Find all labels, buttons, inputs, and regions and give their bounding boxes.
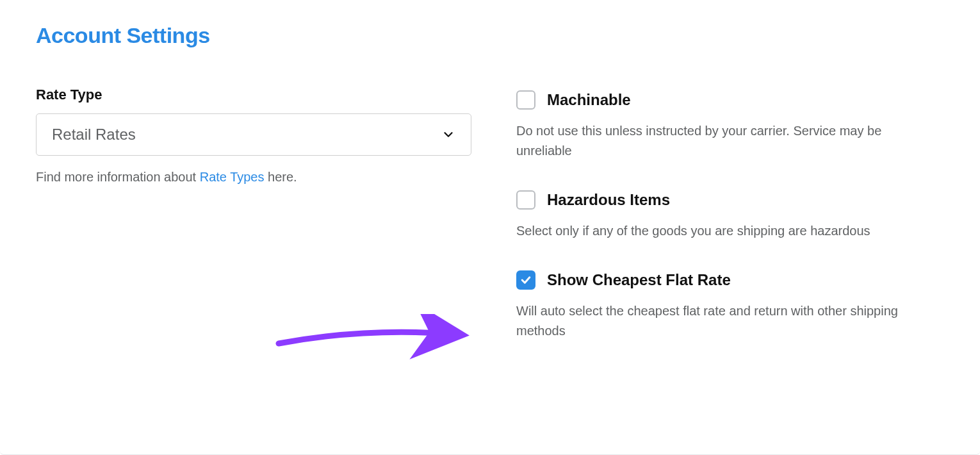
cheapest-flat-checkbox[interactable]: [516, 270, 535, 290]
cheapest-flat-desc: Will auto select the cheapest flat rate …: [516, 301, 939, 341]
machinable-label: Machinable: [547, 91, 631, 109]
hazardous-desc: Select only if any of the goods you are …: [516, 221, 939, 241]
machinable-checkbox[interactable]: [516, 90, 535, 110]
machinable-desc: Do not use this unless instructed by you…: [516, 121, 939, 161]
page-title: Account Settings: [36, 23, 949, 48]
rate-type-column: Rate Type Retail Rates Find more informa…: [36, 87, 471, 363]
check-icon: [519, 274, 532, 286]
hint-text-before: Find more information about: [36, 170, 200, 184]
hint-text-after: here.: [265, 170, 297, 184]
cheapest-flat-label: Show Cheapest Flat Rate: [547, 271, 731, 289]
rate-type-hint: Find more information about Rate Types h…: [36, 170, 471, 185]
options-column: Machinable Do not use this unless instru…: [516, 87, 939, 363]
settings-columns: Rate Type Retail Rates Find more informa…: [36, 87, 949, 363]
hazardous-checkbox[interactable]: [516, 190, 535, 210]
rate-type-value: Retail Rates: [52, 126, 136, 144]
option-cheapest-flat: Show Cheapest Flat Rate Will auto select…: [516, 270, 939, 341]
account-settings-panel: Account Settings Rate Type Retail Rates …: [0, 0, 980, 455]
hazardous-label: Hazardous Items: [547, 191, 670, 209]
rate-type-label: Rate Type: [36, 87, 471, 103]
rate-types-link[interactable]: Rate Types: [200, 170, 265, 184]
chevron-down-icon: [441, 128, 455, 142]
option-machinable: Machinable Do not use this unless instru…: [516, 90, 939, 161]
rate-type-select[interactable]: Retail Rates: [36, 113, 471, 156]
option-hazardous: Hazardous Items Select only if any of th…: [516, 190, 939, 241]
